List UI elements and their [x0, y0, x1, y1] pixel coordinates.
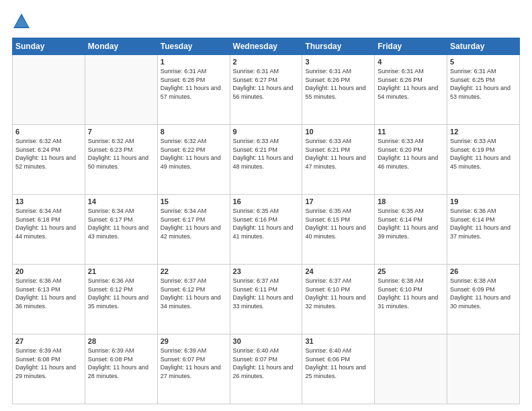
day-info: Sunrise: 6:34 AM Sunset: 6:18 PM Dayligh…	[15, 207, 82, 240]
day-info: Sunrise: 6:39 AM Sunset: 6:07 PM Dayligh…	[161, 347, 227, 380]
day-info: Sunrise: 6:32 AM Sunset: 6:23 PM Dayligh…	[88, 137, 154, 171]
day-info: Sunrise: 6:35 AM Sunset: 6:15 PM Dayligh…	[305, 207, 371, 240]
day-number: 3	[305, 58, 371, 66]
day-number: 21	[88, 267, 154, 275]
calendar-cell: 7Sunrise: 6:32 AM Sunset: 6:23 PM Daylig…	[85, 125, 157, 195]
day-info: Sunrise: 6:37 AM Sunset: 6:11 PM Dayligh…	[233, 277, 300, 310]
day-info: Sunrise: 6:39 AM Sunset: 6:08 PM Dayligh…	[15, 347, 82, 380]
day-info: Sunrise: 6:32 AM Sunset: 6:24 PM Dayligh…	[15, 137, 82, 171]
day-info: Sunrise: 6:31 AM Sunset: 6:26 PM Dayligh…	[305, 67, 371, 101]
day-info: Sunrise: 6:32 AM Sunset: 6:22 PM Dayligh…	[161, 137, 227, 171]
day-info: Sunrise: 6:36 AM Sunset: 6:14 PM Dayligh…	[450, 207, 517, 240]
day-info: Sunrise: 6:33 AM Sunset: 6:20 PM Dayligh…	[378, 137, 444, 171]
logo-icon	[12, 12, 31, 31]
day-info: Sunrise: 6:33 AM Sunset: 6:19 PM Dayligh…	[450, 137, 517, 171]
day-number: 23	[233, 267, 300, 275]
day-info: Sunrise: 6:31 AM Sunset: 6:26 PM Dayligh…	[378, 67, 444, 101]
day-number: 29	[161, 337, 227, 345]
day-info: Sunrise: 6:37 AM Sunset: 6:12 PM Dayligh…	[161, 277, 227, 310]
day-number: 25	[378, 267, 444, 275]
day-number: 2	[233, 58, 300, 66]
calendar-cell: 29Sunrise: 6:39 AM Sunset: 6:07 PM Dayli…	[157, 334, 230, 404]
day-number: 18	[378, 197, 444, 205]
day-number: 10	[305, 128, 371, 136]
day-number: 20	[15, 267, 82, 275]
day-number: 16	[233, 197, 300, 205]
day-info: Sunrise: 6:38 AM Sunset: 6:09 PM Dayligh…	[450, 277, 517, 310]
calendar-cell: 1Sunrise: 6:31 AM Sunset: 6:28 PM Daylig…	[157, 55, 230, 125]
day-info: Sunrise: 6:33 AM Sunset: 6:21 PM Dayligh…	[233, 137, 300, 171]
calendar-cell: 20Sunrise: 6:36 AM Sunset: 6:13 PM Dayli…	[13, 265, 85, 334]
calendar-cell	[13, 55, 85, 125]
calendar-header-tuesday: Tuesday	[157, 38, 230, 55]
calendar-cell: 2Sunrise: 6:31 AM Sunset: 6:27 PM Daylig…	[230, 55, 302, 125]
day-number: 5	[450, 58, 517, 66]
day-info: Sunrise: 6:31 AM Sunset: 6:25 PM Dayligh…	[450, 67, 517, 101]
calendar-cell: 5Sunrise: 6:31 AM Sunset: 6:25 PM Daylig…	[447, 55, 520, 125]
day-info: Sunrise: 6:40 AM Sunset: 6:07 PM Dayligh…	[233, 347, 300, 380]
calendar-cell: 9Sunrise: 6:33 AM Sunset: 6:21 PM Daylig…	[230, 125, 302, 195]
day-info: Sunrise: 6:31 AM Sunset: 6:27 PM Dayligh…	[233, 67, 300, 101]
day-number: 8	[161, 128, 227, 136]
day-number: 6	[15, 128, 82, 136]
day-number: 7	[88, 128, 154, 136]
day-number: 27	[15, 337, 82, 345]
day-info: Sunrise: 6:34 AM Sunset: 6:17 PM Dayligh…	[161, 207, 227, 240]
header	[12, 12, 520, 31]
day-number: 1	[161, 58, 227, 66]
calendar-header-friday: Friday	[375, 38, 447, 55]
calendar-cell: 8Sunrise: 6:32 AM Sunset: 6:22 PM Daylig…	[157, 125, 230, 195]
day-info: Sunrise: 6:40 AM Sunset: 6:06 PM Dayligh…	[305, 347, 371, 380]
calendar-cell: 3Sunrise: 6:31 AM Sunset: 6:26 PM Daylig…	[302, 55, 375, 125]
day-number: 26	[450, 267, 517, 275]
calendar-cell: 10Sunrise: 6:33 AM Sunset: 6:21 PM Dayli…	[302, 125, 375, 195]
calendar-week-1: 6Sunrise: 6:32 AM Sunset: 6:24 PM Daylig…	[13, 125, 520, 195]
day-number: 9	[233, 128, 300, 136]
calendar-week-2: 13Sunrise: 6:34 AM Sunset: 6:18 PM Dayli…	[13, 195, 520, 265]
day-info: Sunrise: 6:39 AM Sunset: 6:08 PM Dayligh…	[88, 347, 154, 380]
day-number: 30	[233, 337, 300, 345]
calendar-table: SundayMondayTuesdayWednesdayThursdayFrid…	[12, 38, 520, 404]
calendar-week-4: 27Sunrise: 6:39 AM Sunset: 6:08 PM Dayli…	[13, 334, 520, 404]
calendar-cell: 19Sunrise: 6:36 AM Sunset: 6:14 PM Dayli…	[447, 195, 520, 265]
calendar-week-3: 20Sunrise: 6:36 AM Sunset: 6:13 PM Dayli…	[13, 265, 520, 334]
calendar-cell: 23Sunrise: 6:37 AM Sunset: 6:11 PM Dayli…	[230, 265, 302, 334]
calendar-cell: 6Sunrise: 6:32 AM Sunset: 6:24 PM Daylig…	[13, 125, 85, 195]
day-number: 13	[15, 197, 82, 205]
calendar-header-saturday: Saturday	[447, 38, 520, 55]
calendar-cell: 11Sunrise: 6:33 AM Sunset: 6:20 PM Dayli…	[375, 125, 447, 195]
calendar-cell: 12Sunrise: 6:33 AM Sunset: 6:19 PM Dayli…	[447, 125, 520, 195]
day-info: Sunrise: 6:34 AM Sunset: 6:17 PM Dayligh…	[88, 207, 154, 240]
calendar-cell: 25Sunrise: 6:38 AM Sunset: 6:10 PM Dayli…	[375, 265, 447, 334]
day-info: Sunrise: 6:36 AM Sunset: 6:13 PM Dayligh…	[15, 277, 82, 310]
calendar-cell: 21Sunrise: 6:36 AM Sunset: 6:12 PM Dayli…	[85, 265, 157, 334]
calendar-cell: 31Sunrise: 6:40 AM Sunset: 6:06 PM Dayli…	[302, 334, 375, 404]
day-info: Sunrise: 6:35 AM Sunset: 6:14 PM Dayligh…	[378, 207, 444, 240]
svg-marker-1	[15, 16, 28, 27]
calendar-cell: 30Sunrise: 6:40 AM Sunset: 6:07 PM Dayli…	[230, 334, 302, 404]
day-info: Sunrise: 6:33 AM Sunset: 6:21 PM Dayligh…	[305, 137, 371, 171]
day-number: 12	[450, 128, 517, 136]
calendar-header-thursday: Thursday	[302, 38, 375, 55]
calendar-header-row: SundayMondayTuesdayWednesdayThursdayFrid…	[13, 38, 520, 55]
calendar-cell	[375, 334, 447, 404]
day-info: Sunrise: 6:36 AM Sunset: 6:12 PM Dayligh…	[88, 277, 154, 310]
day-number: 19	[450, 197, 517, 205]
calendar-header-wednesday: Wednesday	[230, 38, 302, 55]
calendar-cell: 16Sunrise: 6:35 AM Sunset: 6:16 PM Dayli…	[230, 195, 302, 265]
calendar-cell: 24Sunrise: 6:37 AM Sunset: 6:10 PM Dayli…	[302, 265, 375, 334]
calendar-cell: 27Sunrise: 6:39 AM Sunset: 6:08 PM Dayli…	[13, 334, 85, 404]
day-number: 17	[305, 197, 371, 205]
calendar-cell: 17Sunrise: 6:35 AM Sunset: 6:15 PM Dayli…	[302, 195, 375, 265]
day-info: Sunrise: 6:37 AM Sunset: 6:10 PM Dayligh…	[305, 277, 371, 310]
day-number: 14	[88, 197, 154, 205]
calendar-header-sunday: Sunday	[13, 38, 85, 55]
calendar-cell: 18Sunrise: 6:35 AM Sunset: 6:14 PM Dayli…	[375, 195, 447, 265]
calendar-cell	[447, 334, 520, 404]
day-number: 11	[378, 128, 444, 136]
day-info: Sunrise: 6:31 AM Sunset: 6:28 PM Dayligh…	[161, 67, 227, 101]
calendar-cell: 4Sunrise: 6:31 AM Sunset: 6:26 PM Daylig…	[375, 55, 447, 125]
day-number: 15	[161, 197, 227, 205]
calendar-cell: 14Sunrise: 6:34 AM Sunset: 6:17 PM Dayli…	[85, 195, 157, 265]
calendar-cell: 22Sunrise: 6:37 AM Sunset: 6:12 PM Dayli…	[157, 265, 230, 334]
